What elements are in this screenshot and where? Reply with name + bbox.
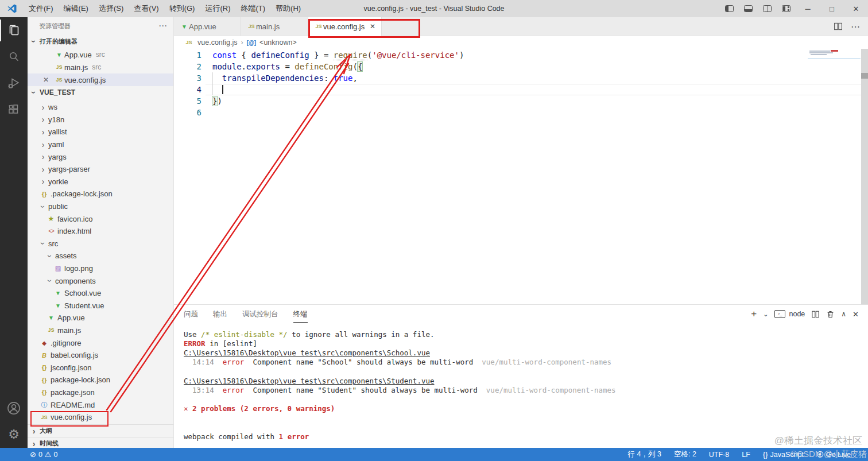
json-file-icon: {} [39, 377, 49, 383]
minimize-button[interactable]: ─ [796, 0, 820, 17]
status-item[interactable]: ⦿Go Live [816, 450, 851, 459]
menu-item[interactable]: 转到(G) [164, 4, 200, 13]
tree-item-label: favicon.ico [57, 215, 92, 223]
git-file-icon: ◆ [39, 340, 49, 346]
editor-scrollbar[interactable] [861, 49, 868, 304]
code-line: }) [212, 95, 860, 107]
breadcrumb-symbol[interactable]: <unknown> [259, 38, 297, 47]
breadcrumb[interactable]: JS vue.config.js › [@] <unknown> [174, 36, 868, 49]
editor-more-actions-icon[interactable]: ⋯ [851, 21, 860, 32]
explorer-icon[interactable] [0, 17, 28, 44]
tree-item[interactable]: Bbabel.config.js [28, 349, 173, 362]
explorer-more-actions-icon[interactable]: ⋯ [158, 21, 168, 31]
editor-tab-main.js[interactable]: JSmain.js [241, 17, 308, 36]
close-panel-icon[interactable]: ✕ [852, 310, 859, 319]
panel-tab-问题[interactable]: 问题 [184, 306, 198, 323]
tree-item[interactable]: ›yallist [28, 126, 173, 138]
split-terminal-icon[interactable] [811, 310, 820, 319]
tree-item[interactable]: ◆.gitignore [28, 336, 173, 349]
tree-item[interactable]: ⓘREADME.md [28, 398, 173, 411]
tree-item[interactable]: ›yaml [28, 138, 173, 151]
split-editor-layout-icon[interactable] [763, 5, 772, 12]
open-editors-list: ▼App.vuesrcJSmain.jssrc✕JSvue.config.js [28, 48, 173, 86]
tree-item[interactable]: ▨logo.png [28, 262, 173, 275]
tree-item[interactable]: ▼App.vue [28, 312, 173, 324]
menu-item[interactable]: 编辑(E) [59, 4, 94, 13]
split-editor-icon[interactable] [834, 22, 843, 31]
tree-item[interactable]: ›src [28, 238, 173, 250]
sidebar-section-大纲[interactable]: ›大纲 [28, 424, 173, 437]
tree-item[interactable]: ›ws [28, 101, 173, 114]
status-bar: ⊘ 0 ⚠ 0 行 4，列 3空格: 2UTF-8LF{}JavaScript⦿… [0, 448, 868, 461]
tree-item-label: package-lock.json [51, 375, 110, 384]
open-editor-item[interactable]: ✕JSvue.config.js [28, 73, 173, 86]
account-icon[interactable] [0, 395, 28, 421]
chevron-down-icon: › [47, 252, 53, 260]
terminal-file-link[interactable]: C:\Users\15816\Desktop\vue test\src\comp… [184, 377, 435, 385]
new-terminal-icon[interactable]: + [751, 308, 757, 320]
tree-item[interactable]: ›components [28, 274, 173, 287]
tree-item[interactable]: ▼School.vue [28, 287, 173, 300]
tree-item[interactable]: ▼Student.vue [28, 300, 173, 312]
tree-item[interactable]: ›y18n [28, 114, 173, 126]
close-icon[interactable]: ✕ [43, 76, 54, 84]
menu-item[interactable]: 选择(S) [94, 4, 129, 13]
terminal-line: ERROR in [eslint] [184, 339, 868, 348]
tree-item[interactable]: {}package-lock.json [28, 374, 173, 386]
maximize-panel-icon[interactable]: ∧ [841, 310, 846, 318]
tree-item[interactable]: {}jsconfig.json [28, 361, 173, 374]
status-item[interactable]: 行 4，列 3 [628, 450, 661, 459]
toggle-sidebar-icon[interactable] [725, 5, 734, 12]
tree-item[interactable]: {}package.json [28, 386, 173, 399]
tree-item[interactable]: JSvue.config.js [28, 411, 173, 424]
menu-item[interactable]: 帮助(H) [270, 4, 306, 13]
editor-tab-App.vue[interactable]: ▼App.vue [174, 17, 241, 36]
terminal-dropdown-icon[interactable]: ⌄ [763, 311, 768, 318]
close-icon[interactable]: ✕ [370, 22, 375, 30]
tree-item[interactable]: {}.package-lock.json [28, 188, 173, 200]
tree-item[interactable]: ★favicon.ico [28, 212, 173, 225]
tree-item[interactable]: ›assets [28, 250, 173, 262]
status-item[interactable]: UTF-8 [709, 451, 729, 459]
terminal-instance-label[interactable]: node [789, 310, 805, 318]
open-editors-section[interactable]: › 打开的编辑器 [28, 34, 173, 48]
settings-gear-icon[interactable]: ⚙ [0, 421, 28, 448]
tree-item[interactable]: <>index.html [28, 225, 173, 238]
tree-item[interactable]: ›yargs [28, 150, 173, 163]
status-item[interactable]: {}JavaScript [763, 450, 804, 459]
tree-item[interactable]: ›public [28, 200, 173, 213]
kill-terminal-trash-icon[interactable] [826, 310, 835, 319]
panel-tab-终端[interactable]: 终端 [293, 306, 308, 323]
menu-item[interactable]: 终端(T) [235, 4, 270, 13]
status-item[interactable]: LF [742, 451, 750, 459]
tree-item[interactable]: ›yargs-parser [28, 163, 173, 176]
menu-item[interactable]: 运行(R) [200, 4, 235, 13]
chevron-right-icon: › [39, 166, 47, 172]
problems-status[interactable]: ⊘ 0 ⚠ 0 [30, 450, 57, 459]
terminal-output[interactable]: Use /* eslint-disable */ to ignore all w… [174, 323, 868, 448]
run-and-debug-icon[interactable] [0, 70, 28, 96]
toggle-panel-icon[interactable] [744, 5, 753, 12]
panel-tab-调试控制台[interactable]: 调试控制台 [242, 306, 278, 323]
editor-tab-vue.config.js[interactable]: JSvue.config.js✕ [308, 17, 382, 36]
menu-item[interactable]: 查看(V) [129, 4, 164, 13]
maximize-button[interactable]: □ [820, 0, 844, 17]
search-icon[interactable] [0, 44, 28, 70]
customize-layout-icon[interactable] [782, 5, 790, 12]
close-button[interactable]: ✕ [844, 0, 868, 17]
panel-tab-输出[interactable]: 输出 [213, 306, 227, 323]
sidebar-section-时间线[interactable]: ›时间线 [28, 437, 173, 448]
workspace-section[interactable]: › VUE_TEST [28, 86, 173, 99]
code-editor[interactable]: 123456 const { defineConfig } = require(… [174, 49, 868, 304]
open-editor-item[interactable]: ▼App.vuesrc [28, 48, 173, 61]
minimap[interactable] [808, 49, 863, 61]
extensions-icon[interactable] [0, 96, 28, 123]
tree-item[interactable]: JSmain.js [28, 324, 173, 337]
terminal-file-link[interactable]: C:\Users\15816\Desktop\vue test\src\comp… [184, 348, 430, 357]
terminal-line: C:\Users\15816\Desktop\vue test\src\comp… [184, 348, 868, 358]
breadcrumb-file[interactable]: vue.config.js [197, 38, 237, 47]
tree-item[interactable]: ›yorkie [28, 176, 173, 188]
status-item[interactable]: 空格: 2 [674, 450, 696, 459]
open-editor-item[interactable]: JSmain.jssrc [28, 61, 173, 73]
menu-item[interactable]: 文件(F) [24, 4, 59, 13]
